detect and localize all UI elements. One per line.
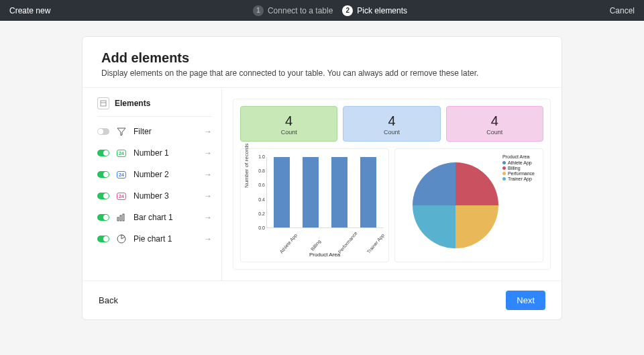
- counter-2: 4 Count: [343, 106, 440, 142]
- counter-value: 4: [343, 113, 439, 129]
- bar-chart-preview: Number of records 0.00.20.40.60.81.0 Ath…: [240, 148, 389, 262]
- toggle-bar-chart[interactable]: [97, 214, 109, 221]
- element-row-number-2[interactable]: 24 Number 2 →: [97, 164, 212, 185]
- pie-legend-item: Billing: [502, 166, 535, 170]
- bar: [331, 157, 347, 227]
- bar-ytick: 0.6: [258, 183, 265, 187]
- legend-label: Performance: [508, 171, 535, 176]
- step-2[interactable]: 2 Pick elements: [342, 5, 407, 16]
- toggle-number-1[interactable]: [97, 150, 109, 156]
- element-row-pie-chart[interactable]: Pie chart 1 →: [97, 228, 212, 250]
- svg-rect-4: [123, 214, 124, 221]
- counter-1: 4 Count: [240, 106, 337, 142]
- pie-chart-icon: [115, 234, 128, 244]
- counter-3: 4 Count: [446, 106, 543, 142]
- counter-label: Count: [343, 129, 439, 136]
- element-label: Number 2: [133, 170, 199, 179]
- legend-dot-icon: [502, 177, 506, 181]
- bar-chart-icon: [115, 212, 128, 223]
- counter-label: Count: [447, 129, 543, 136]
- wizard-steps: 1 Connect to a table 2 Pick elements: [50, 5, 609, 16]
- legend-dot-icon: [502, 161, 506, 164]
- elements-sidebar: Elements Filter → 24 Number 1 → 24 Numbe…: [83, 88, 222, 281]
- step-2-number: 2: [342, 5, 353, 16]
- step-2-label: Pick elements: [357, 6, 407, 15]
- card-header: Add elements Display elements on the pag…: [83, 37, 561, 87]
- step-1-number: 1: [253, 5, 264, 16]
- step-1[interactable]: 1 Connect to a table: [253, 5, 333, 16]
- element-row-filter[interactable]: Filter →: [97, 121, 212, 142]
- funnel-icon: [115, 126, 128, 137]
- number-blue-icon: 24: [115, 169, 128, 180]
- bar: [303, 157, 319, 227]
- chevron-right-icon: →: [204, 191, 212, 201]
- top-bar: Create new 1 Connect to a table 2 Pick e…: [0, 0, 644, 21]
- counter-row: 4 Count 4 Count 4 Count: [240, 106, 543, 142]
- chevron-right-icon: →: [204, 234, 212, 244]
- legend-label: Billing: [508, 166, 521, 170]
- element-row-bar-chart[interactable]: Bar chart 1 →: [97, 207, 212, 228]
- legend-dot-icon: [502, 172, 506, 175]
- pie-legend-item: Performance: [502, 171, 535, 176]
- toggle-filter[interactable]: [97, 128, 109, 135]
- wizard-card: Add elements Display elements on the pag…: [82, 36, 562, 320]
- chevron-right-icon: →: [204, 127, 212, 136]
- counter-value: 4: [241, 113, 337, 129]
- pie-legend-title: Product Area: [502, 154, 535, 159]
- bar: [274, 157, 290, 227]
- svg-rect-0: [101, 101, 106, 106]
- step-1-label: Connect to a table: [268, 6, 333, 15]
- legend-dot-icon: [502, 166, 506, 170]
- svg-rect-3: [120, 215, 121, 221]
- bar-ylabel: Number of records: [244, 144, 250, 188]
- bar-ytick: 1.0: [258, 154, 265, 159]
- chevron-right-icon: →: [204, 170, 212, 179]
- elements-header-icon: [97, 97, 109, 109]
- counter-label: Count: [241, 129, 337, 136]
- page-subtitle: Display elements on the page that are co…: [101, 68, 543, 78]
- bar-ytick: 0.4: [258, 197, 265, 202]
- element-label: Bar chart 1: [133, 213, 199, 222]
- legend-label: Trainer App: [508, 176, 532, 181]
- bar: [360, 157, 376, 227]
- legend-label: Athlete App: [508, 160, 532, 165]
- pie-graphic: [413, 162, 498, 248]
- next-button[interactable]: Next: [506, 291, 545, 310]
- pie-legend-item: Athlete App: [502, 160, 535, 165]
- toggle-pie-chart[interactable]: [97, 236, 109, 242]
- back-button[interactable]: Back: [99, 295, 118, 305]
- card-footer: Back Next: [83, 281, 561, 319]
- element-row-number-1[interactable]: 24 Number 1 →: [97, 142, 212, 164]
- pie-legend-item: Trainer App: [502, 176, 535, 181]
- chevron-right-icon: →: [204, 148, 212, 158]
- number-green-icon: 24: [115, 148, 128, 158]
- toggle-number-2[interactable]: [97, 171, 109, 178]
- toggle-number-3[interactable]: [97, 193, 109, 199]
- preview-pane: 4 Count 4 Count 4 Count: [222, 88, 561, 281]
- bar-xlabel: Product Area: [266, 252, 383, 258]
- bar-ytick: 0.8: [258, 168, 265, 173]
- cancel-button[interactable]: Cancel: [610, 6, 635, 15]
- element-label: Number 3: [133, 191, 199, 201]
- sidebar-header: Elements: [97, 97, 212, 117]
- bar-ytick: 0.0: [258, 225, 265, 230]
- pie-chart-preview: Product Area Athlete AppBillingPerforman…: [394, 148, 543, 262]
- element-label: Filter: [133, 127, 199, 136]
- sidebar-header-label: Elements: [115, 99, 150, 108]
- counter-value: 4: [447, 113, 543, 129]
- element-label: Pie chart 1: [133, 234, 199, 244]
- bar-ytick: 0.2: [258, 211, 265, 216]
- page-mode-label: Create new: [9, 6, 50, 15]
- page-title: Add elements: [101, 50, 543, 66]
- chevron-right-icon: →: [204, 213, 212, 222]
- element-row-number-3[interactable]: 24 Number 3 →: [97, 185, 212, 207]
- element-label: Number 1: [133, 148, 199, 158]
- svg-rect-2: [117, 217, 119, 221]
- pie-legend: Product Area Athlete AppBillingPerforman…: [502, 154, 535, 182]
- number-pink-icon: 24: [115, 191, 128, 201]
